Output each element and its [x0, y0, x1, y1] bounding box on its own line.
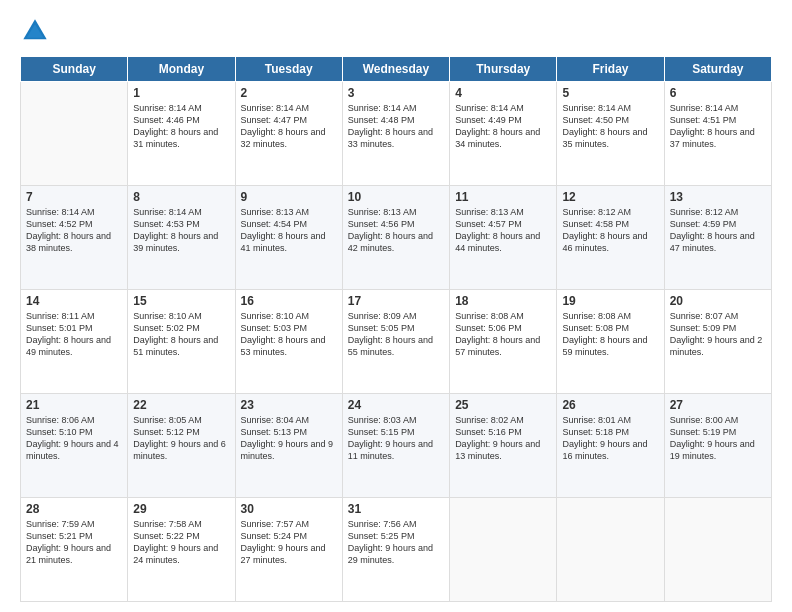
cell-info: Sunrise: 7:59 AMSunset: 5:21 PMDaylight:…	[26, 519, 111, 565]
calendar-cell: 4 Sunrise: 8:14 AMSunset: 4:49 PMDayligh…	[450, 82, 557, 186]
calendar-cell: 9 Sunrise: 8:13 AMSunset: 4:54 PMDayligh…	[235, 186, 342, 290]
cell-info: Sunrise: 8:01 AMSunset: 5:18 PMDaylight:…	[562, 415, 647, 461]
day-number: 7	[26, 190, 122, 204]
cell-info: Sunrise: 8:12 AMSunset: 4:59 PMDaylight:…	[670, 207, 755, 253]
calendar-cell	[664, 498, 771, 602]
day-number: 22	[133, 398, 229, 412]
cell-info: Sunrise: 8:14 AMSunset: 4:49 PMDaylight:…	[455, 103, 540, 149]
cell-info: Sunrise: 8:14 AMSunset: 4:53 PMDaylight:…	[133, 207, 218, 253]
day-header-saturday: Saturday	[664, 57, 771, 82]
day-number: 11	[455, 190, 551, 204]
calendar-cell: 19 Sunrise: 8:08 AMSunset: 5:08 PMDaylig…	[557, 290, 664, 394]
day-number: 1	[133, 86, 229, 100]
cell-info: Sunrise: 8:03 AMSunset: 5:15 PMDaylight:…	[348, 415, 433, 461]
cell-info: Sunrise: 8:14 AMSunset: 4:51 PMDaylight:…	[670, 103, 755, 149]
cell-info: Sunrise: 8:05 AMSunset: 5:12 PMDaylight:…	[133, 415, 226, 461]
calendar-cell: 21 Sunrise: 8:06 AMSunset: 5:10 PMDaylig…	[21, 394, 128, 498]
day-number: 24	[348, 398, 444, 412]
calendar-cell: 30 Sunrise: 7:57 AMSunset: 5:24 PMDaylig…	[235, 498, 342, 602]
week-row-2: 7 Sunrise: 8:14 AMSunset: 4:52 PMDayligh…	[21, 186, 772, 290]
calendar-cell: 29 Sunrise: 7:58 AMSunset: 5:22 PMDaylig…	[128, 498, 235, 602]
cell-info: Sunrise: 8:08 AMSunset: 5:08 PMDaylight:…	[562, 311, 647, 357]
day-number: 23	[241, 398, 337, 412]
week-row-4: 21 Sunrise: 8:06 AMSunset: 5:10 PMDaylig…	[21, 394, 772, 498]
week-row-3: 14 Sunrise: 8:11 AMSunset: 5:01 PMDaylig…	[21, 290, 772, 394]
day-number: 19	[562, 294, 658, 308]
cell-info: Sunrise: 8:08 AMSunset: 5:06 PMDaylight:…	[455, 311, 540, 357]
calendar-cell: 31 Sunrise: 7:56 AMSunset: 5:25 PMDaylig…	[342, 498, 449, 602]
cell-info: Sunrise: 8:14 AMSunset: 4:46 PMDaylight:…	[133, 103, 218, 149]
day-number: 29	[133, 502, 229, 516]
day-number: 6	[670, 86, 766, 100]
day-number: 26	[562, 398, 658, 412]
calendar-cell: 26 Sunrise: 8:01 AMSunset: 5:18 PMDaylig…	[557, 394, 664, 498]
cell-info: Sunrise: 8:11 AMSunset: 5:01 PMDaylight:…	[26, 311, 111, 357]
cell-info: Sunrise: 7:57 AMSunset: 5:24 PMDaylight:…	[241, 519, 326, 565]
calendar-cell: 22 Sunrise: 8:05 AMSunset: 5:12 PMDaylig…	[128, 394, 235, 498]
day-number: 2	[241, 86, 337, 100]
cell-info: Sunrise: 8:14 AMSunset: 4:48 PMDaylight:…	[348, 103, 433, 149]
calendar-cell: 8 Sunrise: 8:14 AMSunset: 4:53 PMDayligh…	[128, 186, 235, 290]
day-number: 9	[241, 190, 337, 204]
calendar-table: SundayMondayTuesdayWednesdayThursdayFrid…	[20, 56, 772, 602]
cell-info: Sunrise: 8:10 AMSunset: 5:03 PMDaylight:…	[241, 311, 326, 357]
day-header-wednesday: Wednesday	[342, 57, 449, 82]
calendar-cell: 12 Sunrise: 8:12 AMSunset: 4:58 PMDaylig…	[557, 186, 664, 290]
calendar-cell: 11 Sunrise: 8:13 AMSunset: 4:57 PMDaylig…	[450, 186, 557, 290]
calendar-cell: 25 Sunrise: 8:02 AMSunset: 5:16 PMDaylig…	[450, 394, 557, 498]
day-number: 20	[670, 294, 766, 308]
day-number: 15	[133, 294, 229, 308]
week-row-1: 1 Sunrise: 8:14 AMSunset: 4:46 PMDayligh…	[21, 82, 772, 186]
day-number: 21	[26, 398, 122, 412]
day-number: 8	[133, 190, 229, 204]
calendar-cell: 28 Sunrise: 7:59 AMSunset: 5:21 PMDaylig…	[21, 498, 128, 602]
week-row-5: 28 Sunrise: 7:59 AMSunset: 5:21 PMDaylig…	[21, 498, 772, 602]
calendar-cell: 16 Sunrise: 8:10 AMSunset: 5:03 PMDaylig…	[235, 290, 342, 394]
calendar-cell: 3 Sunrise: 8:14 AMSunset: 4:48 PMDayligh…	[342, 82, 449, 186]
day-number: 28	[26, 502, 122, 516]
day-number: 31	[348, 502, 444, 516]
cell-info: Sunrise: 8:00 AMSunset: 5:19 PMDaylight:…	[670, 415, 755, 461]
cell-info: Sunrise: 7:58 AMSunset: 5:22 PMDaylight:…	[133, 519, 218, 565]
day-number: 10	[348, 190, 444, 204]
day-number: 13	[670, 190, 766, 204]
cell-info: Sunrise: 8:09 AMSunset: 5:05 PMDaylight:…	[348, 311, 433, 357]
cell-info: Sunrise: 8:13 AMSunset: 4:54 PMDaylight:…	[241, 207, 326, 253]
day-header-row: SundayMondayTuesdayWednesdayThursdayFrid…	[21, 57, 772, 82]
day-number: 27	[670, 398, 766, 412]
day-number: 14	[26, 294, 122, 308]
day-number: 25	[455, 398, 551, 412]
cell-info: Sunrise: 8:13 AMSunset: 4:56 PMDaylight:…	[348, 207, 433, 253]
day-number: 4	[455, 86, 551, 100]
day-header-sunday: Sunday	[21, 57, 128, 82]
cell-info: Sunrise: 8:12 AMSunset: 4:58 PMDaylight:…	[562, 207, 647, 253]
day-header-tuesday: Tuesday	[235, 57, 342, 82]
day-number: 17	[348, 294, 444, 308]
cell-info: Sunrise: 8:14 AMSunset: 4:50 PMDaylight:…	[562, 103, 647, 149]
day-number: 5	[562, 86, 658, 100]
calendar-cell: 27 Sunrise: 8:00 AMSunset: 5:19 PMDaylig…	[664, 394, 771, 498]
calendar-cell	[21, 82, 128, 186]
cell-info: Sunrise: 8:04 AMSunset: 5:13 PMDaylight:…	[241, 415, 334, 461]
cell-info: Sunrise: 8:07 AMSunset: 5:09 PMDaylight:…	[670, 311, 763, 357]
cell-info: Sunrise: 8:14 AMSunset: 4:52 PMDaylight:…	[26, 207, 111, 253]
calendar-cell: 15 Sunrise: 8:10 AMSunset: 5:02 PMDaylig…	[128, 290, 235, 394]
cell-info: Sunrise: 8:02 AMSunset: 5:16 PMDaylight:…	[455, 415, 540, 461]
calendar-cell: 23 Sunrise: 8:04 AMSunset: 5:13 PMDaylig…	[235, 394, 342, 498]
day-number: 3	[348, 86, 444, 100]
calendar-cell: 5 Sunrise: 8:14 AMSunset: 4:50 PMDayligh…	[557, 82, 664, 186]
calendar-cell: 20 Sunrise: 8:07 AMSunset: 5:09 PMDaylig…	[664, 290, 771, 394]
day-number: 30	[241, 502, 337, 516]
day-header-monday: Monday	[128, 57, 235, 82]
calendar-cell: 17 Sunrise: 8:09 AMSunset: 5:05 PMDaylig…	[342, 290, 449, 394]
calendar-cell	[557, 498, 664, 602]
day-number: 12	[562, 190, 658, 204]
calendar-cell: 14 Sunrise: 8:11 AMSunset: 5:01 PMDaylig…	[21, 290, 128, 394]
day-number: 16	[241, 294, 337, 308]
day-number: 18	[455, 294, 551, 308]
cell-info: Sunrise: 7:56 AMSunset: 5:25 PMDaylight:…	[348, 519, 433, 565]
cell-info: Sunrise: 8:13 AMSunset: 4:57 PMDaylight:…	[455, 207, 540, 253]
cell-info: Sunrise: 8:06 AMSunset: 5:10 PMDaylight:…	[26, 415, 119, 461]
page: SundayMondayTuesdayWednesdayThursdayFrid…	[0, 0, 792, 612]
cell-info: Sunrise: 8:14 AMSunset: 4:47 PMDaylight:…	[241, 103, 326, 149]
